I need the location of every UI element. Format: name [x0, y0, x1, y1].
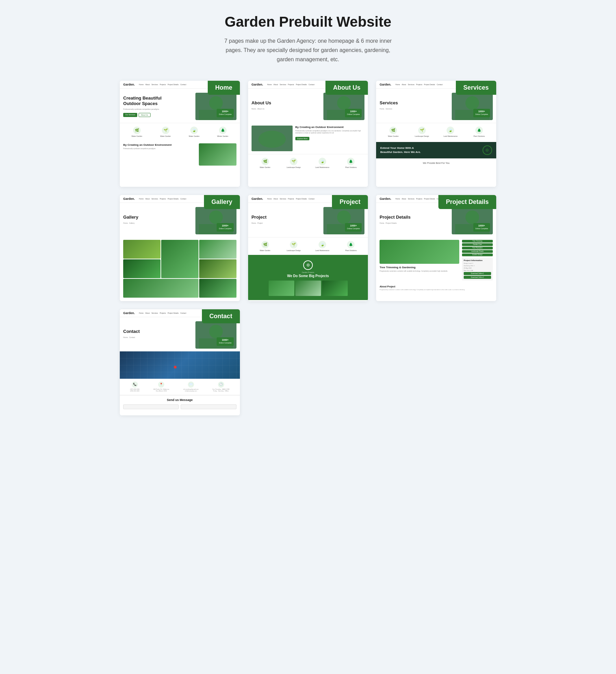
home-bottom: By Creating an Outdoor Environment Profe… — [120, 141, 240, 168]
mini-site-contact: Garden. Home About Services Projects Pro… — [120, 309, 240, 415]
mini-site-project: Garden. Home About Services Projects Pro… — [248, 195, 368, 301]
mini-contact-info: 📞 (397) 436-3198(292) 435-3432 📍 548 Par… — [120, 379, 240, 395]
mini-logo: Garden. — [123, 83, 135, 86]
row-3: Contact Garden. Home About Services Proj… — [120, 309, 496, 415]
mini-site-about: Garden. Home About Services Projects Pro… — [248, 81, 368, 187]
card-label-contact: Contact — [202, 309, 240, 323]
contact-form-row1 — [120, 404, 240, 411]
card-services[interactable]: Services Garden. Home About Services Pro… — [376, 81, 496, 187]
form-first-name[interactable] — [123, 404, 179, 409]
row-2: Gallery Garden. Home About Services Proj… — [120, 195, 496, 301]
map-marker — [174, 366, 177, 368]
card-gallery[interactable]: Gallery Garden. Home About Services Proj… — [120, 195, 240, 301]
send-message-title: Send us Message — [120, 395, 240, 404]
mini-map — [120, 351, 240, 379]
mini-site-services: Garden. Home About Services Projects Pro… — [376, 81, 496, 187]
card-project-details[interactable]: Project Details Garden. Home About Servi… — [376, 195, 496, 301]
card-about[interactable]: About Us Garden. Home About Services Pro… — [248, 81, 368, 187]
page-title: Garden Prebuilt Website — [120, 14, 496, 30]
card-label-home: Home — [208, 81, 240, 95]
card-label-project: Project — [332, 195, 368, 209]
row-1: Home Garden. Home About Services Project… — [120, 81, 496, 187]
mini-site-project-details: Garden. Home About Services Projects Pro… — [376, 195, 496, 301]
card-home[interactable]: Home Garden. Home About Services Project… — [120, 81, 240, 187]
page-subtitle: 7 pages make up the Garden Agency: one h… — [219, 36, 397, 64]
page-container: Garden Prebuilt Website 7 pages make up … — [120, 14, 496, 415]
mini-site-home: Garden. Home About Services Projects Pro… — [120, 81, 240, 187]
card-label-gallery: Gallery — [204, 195, 240, 209]
card-project[interactable]: Project Garden. Home About Services Proj… — [248, 195, 368, 301]
mini-site-gallery: Garden. Home About Services Projects Pro… — [120, 195, 240, 301]
mini-icons-home: 🌿 Water Garden 🌱 Water Garden 🍃 Water Ga… — [120, 123, 240, 141]
form-email[interactable] — [181, 404, 236, 409]
card-contact[interactable]: Contact Garden. Home About Services Proj… — [120, 309, 240, 415]
card-label-services: Services — [456, 81, 496, 95]
card-label-about: About Us — [325, 81, 368, 95]
card-label-project-details: Project Details — [438, 195, 496, 209]
mini-gallery-grid — [120, 237, 240, 300]
